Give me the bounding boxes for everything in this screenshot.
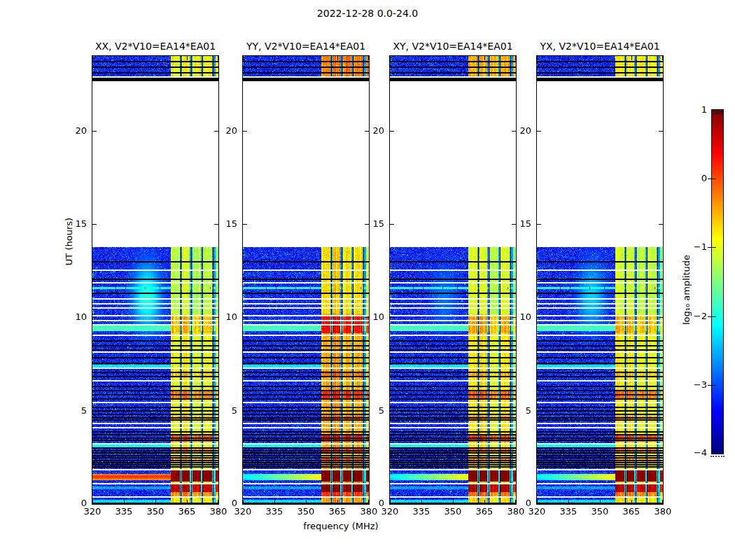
colorbar-tick-label: 0	[683, 173, 707, 184]
x-axis-label: frequency (MHz)	[303, 521, 378, 532]
colorbar-tick	[708, 316, 712, 317]
x-tick-label: 350	[292, 506, 320, 517]
spectrogram-panel-yx	[536, 55, 664, 505]
x-tick-label: 320	[376, 506, 404, 517]
x-tick-label: 365	[323, 506, 351, 517]
spectrogram-panel-xy	[389, 55, 517, 505]
colorbar-tick	[708, 385, 712, 386]
y-tick-label: 5	[56, 405, 87, 416]
spectrogram-panel-xx	[92, 55, 219, 505]
x-tick-label: 320	[523, 506, 551, 517]
panel-title: XX, V2*V10=EA14*EA01	[92, 40, 219, 52]
x-tick-label: 335	[260, 506, 288, 517]
spectrogram-canvas-yx	[537, 56, 663, 504]
x-tick-label: 320	[78, 506, 106, 517]
colorbar-gradient	[712, 110, 723, 454]
y-tick-label: 15	[56, 218, 87, 230]
y-tick-label: 15	[500, 218, 531, 230]
x-tick-label: 350	[439, 506, 467, 517]
colorbar-tick-label: 1	[683, 104, 707, 115]
x-tick-label: 335	[407, 506, 435, 517]
colorbar	[711, 109, 724, 454]
spectrogram-panel-yy	[242, 55, 370, 505]
spectrogram-canvas-yy	[243, 56, 369, 504]
panel-title: YX, V2*V10=EA14*EA01	[536, 40, 664, 52]
y-tick-label: 20	[56, 125, 87, 136]
y-tick-label: 20	[206, 125, 237, 136]
colorbar-tick	[708, 178, 712, 179]
figure-title: 2022-12-28 0.0-24.0	[317, 8, 418, 19]
y-tick-label: 5	[354, 405, 384, 416]
y-tick-label: 20	[500, 125, 531, 136]
panel-title: YY, V2*V10=EA14*EA01	[242, 40, 370, 52]
y-tick-label: 10	[56, 312, 87, 323]
y-tick-label: 5	[206, 405, 237, 416]
x-tick-label: 320	[229, 506, 257, 517]
x-tick-label: 365	[470, 506, 498, 517]
x-tick-label: 350	[586, 506, 614, 517]
colorbar-tick-label: −4	[683, 447, 707, 458]
y-tick-label: 10	[500, 312, 531, 323]
y-tick-label: 10	[206, 312, 237, 323]
colorbar-tick-label: −3	[683, 379, 707, 391]
spectrogram-canvas-xx	[92, 56, 218, 504]
y-tick-label: 15	[354, 218, 384, 230]
spectrogram-canvas-xy	[390, 56, 516, 504]
y-tick-label: 20	[354, 125, 384, 136]
colorbar-tick	[708, 247, 712, 248]
x-tick-label: 335	[554, 506, 582, 517]
x-tick-label: 365	[173, 506, 201, 517]
colorbar-tick-label: −2	[683, 311, 707, 322]
y-tick-label: 5	[500, 405, 531, 416]
x-tick-label: 365	[617, 506, 645, 517]
x-tick-label: 335	[110, 506, 138, 517]
y-tick-label: 15	[206, 218, 237, 230]
spectrogram-figure: 2022-12-28 0.0-24.0 UT (hours) frequency…	[0, 0, 735, 560]
colorbar-tick-label: −1	[683, 241, 707, 253]
x-tick-label: 350	[141, 506, 169, 517]
y-tick-label: 10	[354, 312, 384, 323]
panel-title: XY, V2*V10=EA14*EA01	[389, 40, 517, 52]
x-tick-label: 380	[649, 506, 677, 517]
colorbar-minor-ticks	[710, 456, 724, 457]
